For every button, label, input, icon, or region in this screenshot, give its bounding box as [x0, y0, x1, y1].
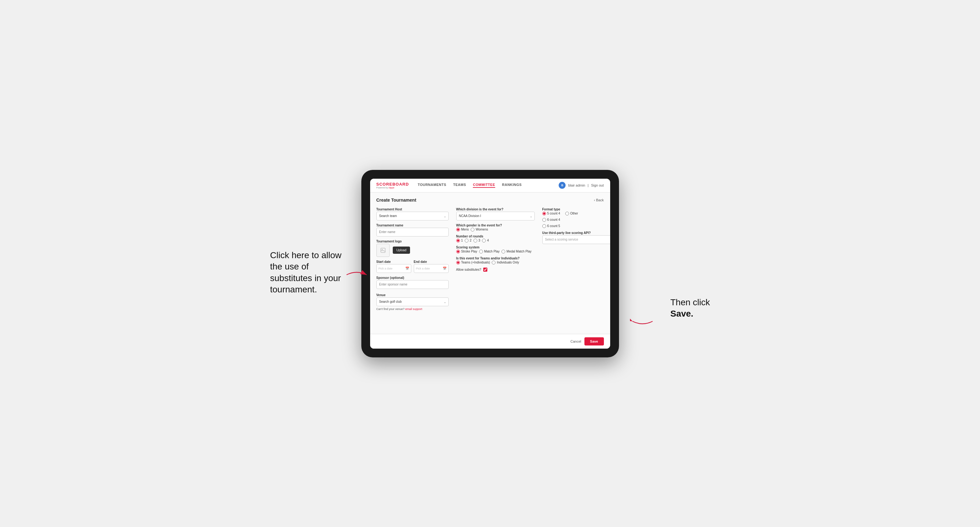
sign-out-link[interactable]: Sign out — [591, 183, 604, 187]
venue-select[interactable]: Search golf club — [376, 297, 449, 306]
format-other-radio[interactable] — [565, 212, 569, 216]
email-support-link[interactable]: email support — [405, 308, 422, 311]
gender-womens[interactable]: Womens — [471, 228, 488, 232]
tablet-frame: SCOREBOARD Powered by clippd TOURNAMENTS… — [361, 170, 619, 357]
start-date-placeholder: Pick a date — [379, 267, 393, 270]
nav-committee[interactable]: COMMITTEE — [473, 183, 495, 188]
scoring-system-radio-group: Stroke Play Match Play Medal Match Play — [456, 250, 535, 254]
tournament-logo-field: Tournament logo Upload — [376, 240, 449, 257]
medal-match-play[interactable]: Medal Match Play — [501, 250, 531, 254]
sponsor-label: Sponsor (optional) — [376, 276, 449, 279]
right-annotation-bold: Save. — [670, 309, 693, 319]
nav-links: TOURNAMENTS TEAMS COMMITTEE RANKINGS — [418, 183, 558, 188]
scoring-service-select[interactable]: Select a scoring service Golf Genius Gol… — [542, 235, 610, 244]
save-button[interactable]: Save — [584, 337, 604, 346]
rounds-4-radio[interactable] — [482, 239, 486, 243]
gender-womens-radio[interactable] — [471, 228, 474, 232]
rounds-2-label: 2 — [470, 239, 472, 242]
allow-substitutes-field: Allow substitutes? — [456, 268, 535, 271]
allow-substitutes-label: Allow substitutes? — [456, 268, 481, 271]
gender-womens-label: Womens — [476, 228, 488, 231]
format-5count4-radio[interactable] — [542, 212, 546, 216]
logo-area: SCOREBOARD Powered by clippd — [376, 182, 409, 189]
tournament-host-select-wrapper: Search team — [376, 212, 449, 221]
stroke-play-label: Stroke Play — [461, 250, 477, 253]
stroke-play[interactable]: Stroke Play — [456, 250, 477, 254]
event-for-radio-group: Teams (+Individuals) Individuals Only — [456, 261, 535, 264]
col1: Tournament Host Search team Tournament n… — [376, 208, 449, 311]
format-6count5[interactable]: 6 count 5 — [542, 224, 560, 228]
format-5count4[interactable]: 5 count 4 — [542, 212, 560, 216]
gender-mens-radio[interactable] — [456, 228, 460, 232]
start-date-input[interactable]: Pick a date 📅 — [376, 264, 411, 273]
cancel-button[interactable]: Cancel — [571, 340, 581, 343]
format-6count4[interactable]: 6 count 4 — [542, 218, 560, 222]
gender-mens[interactable]: Mens — [456, 228, 469, 232]
tournament-host-label: Tournament Host — [376, 208, 449, 211]
rounds-3[interactable]: 3 — [474, 239, 480, 243]
logo-clippd: clippd — [388, 187, 394, 189]
division-field: Which division is the event for? NCAA Di… — [456, 208, 535, 221]
avatar: B — [558, 182, 566, 189]
rounds-1-radio[interactable] — [456, 239, 460, 243]
tournament-name-input[interactable] — [379, 230, 446, 234]
medal-match-play-radio[interactable] — [501, 250, 505, 254]
format-6count5-label: 6 count 5 — [547, 224, 560, 228]
teams-individuals-radio[interactable] — [456, 261, 460, 264]
calendar-icon: 📅 — [405, 267, 409, 270]
stroke-play-radio[interactable] — [456, 250, 460, 254]
individuals-only[interactable]: Individuals Only — [492, 261, 519, 264]
scoring-service-wrapper: Select a scoring service Golf Genius Gol… — [542, 235, 610, 244]
venue-select-wrapper: Search golf club — [376, 297, 449, 306]
rounds-2-radio[interactable] — [465, 239, 468, 243]
format-type-label: Format type — [542, 208, 610, 211]
allow-substitutes-checkbox[interactable] — [483, 268, 487, 271]
upload-button[interactable]: Upload — [393, 246, 410, 254]
rounds-label: Number of rounds — [456, 235, 535, 238]
rounds-3-radio[interactable] — [474, 239, 477, 243]
rounds-1[interactable]: 1 — [456, 239, 463, 243]
rounds-4[interactable]: 4 — [482, 239, 489, 243]
nav-tournaments[interactable]: TOURNAMENTS — [418, 183, 446, 188]
end-date-placeholder: Pick a date — [416, 267, 430, 270]
scoring-service-field: Use third-party live scoring API? Select… — [542, 231, 610, 244]
tournament-host-select[interactable]: Search team — [376, 212, 449, 221]
medal-match-play-label: Medal Match Play — [506, 250, 531, 253]
gender-mens-label: Mens — [461, 228, 469, 231]
gender-field: Which gender is the event for? Mens Wome… — [456, 224, 535, 232]
back-link[interactable]: Back — [594, 198, 604, 202]
left-annotation: Click here to allow the use of substitut… — [270, 250, 345, 295]
rounds-4-label: 4 — [487, 239, 489, 242]
nav-rankings[interactable]: RANKINGS — [502, 183, 522, 188]
teams-individuals[interactable]: Teams (+Individuals) — [456, 261, 490, 264]
scoring-system-field: Scoring system Stroke Play Match Play — [456, 246, 535, 254]
date-row: Start date Pick a date 📅 End date — [376, 260, 449, 273]
user-name: blair admin — [568, 183, 585, 187]
division-label: Which division is the event for? — [456, 208, 535, 211]
left-arrow — [344, 265, 369, 284]
match-play-radio[interactable] — [479, 250, 483, 254]
nav-teams[interactable]: TEAMS — [453, 183, 466, 188]
division-select[interactable]: NCAA Division I NCAA Division II NCAA Di… — [456, 212, 535, 221]
format-6count4-radio[interactable] — [542, 218, 546, 222]
col3: Format type 5 count 4 Other — [542, 208, 610, 311]
logo-upload-area: Upload — [376, 244, 449, 257]
nav-bar: SCOREBOARD Powered by clippd TOURNAMENTS… — [370, 179, 610, 192]
sponsor-input[interactable] — [379, 283, 446, 286]
format-6count5-radio[interactable] — [542, 224, 546, 228]
venue-label: Venue — [376, 293, 449, 297]
sponsor-input-wrapper — [376, 280, 449, 289]
individuals-only-radio[interactable] — [492, 261, 495, 264]
allow-substitutes-checkbox-label[interactable]: Allow substitutes? — [456, 268, 535, 271]
match-play[interactable]: Match Play — [479, 250, 500, 254]
rounds-field: Number of rounds 1 2 — [456, 235, 535, 243]
tournament-name-input-wrapper — [376, 228, 449, 237]
event-for-field: Is this event for Teams and/or Individua… — [456, 257, 535, 264]
right-arrow — [630, 312, 655, 331]
nav-right: B blair admin | Sign out — [558, 182, 604, 189]
rounds-2[interactable]: 2 — [465, 239, 472, 243]
cannot-find-venue: Can't find your venue? email support — [376, 308, 449, 311]
calendar-icon-end: 📅 — [443, 267, 447, 270]
end-date-input[interactable]: Pick a date 📅 — [414, 264, 449, 273]
format-other[interactable]: Other — [565, 212, 578, 216]
